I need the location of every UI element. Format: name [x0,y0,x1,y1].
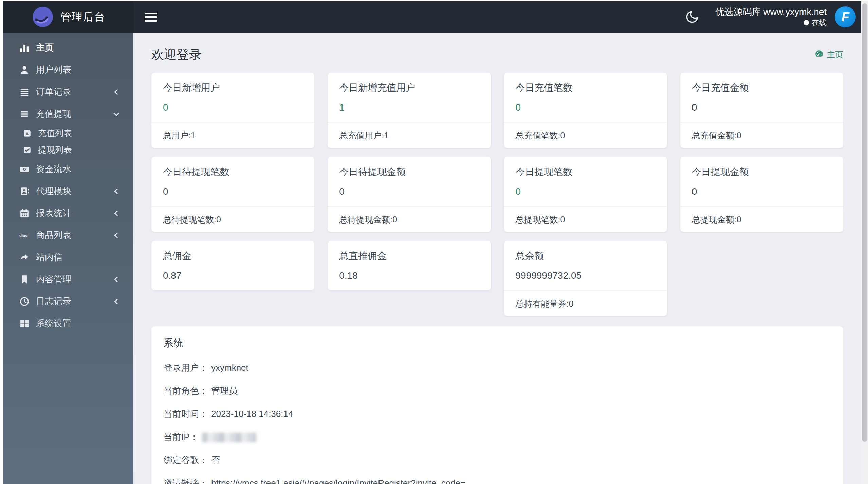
stat-card-title: 今日待提现笔数 [163,166,303,178]
stat-card: 今日提现金额0总提现金额:0 [680,157,843,232]
stat-card-title: 今日新增充值用户 [339,82,479,94]
a-square-icon [22,128,33,139]
stat-card-value: 0 [339,186,479,197]
stat-card-body: 今日新增用户0 [151,73,314,122]
chevron-left-icon [114,188,120,194]
stat-card-value: 0.87 [163,270,303,282]
sidebar-subitem-check-square[interactable]: 提现列表 [3,141,133,158]
stat-card-body: 今日待提现笔数0 [151,157,314,206]
stat-card-body: 今日提现笔数0 [504,157,667,206]
sidebar-item-clock[interactable]: 日志记录 [3,290,133,312]
page-scrollbar-thumb[interactable] [862,3,867,442]
bookmark-icon [19,274,30,285]
sidebar-item-label: 主页 [36,42,54,54]
system-info-value: https://ymcs.free1.asia/#/pages/login/In… [211,478,465,484]
brand-logo-icon [33,7,53,27]
sidebar-item-label: 日志记录 [36,295,71,307]
menu-icon[interactable] [145,11,159,23]
sidebar-item-digg[interactable]: digg商品列表 [3,224,133,246]
moon-icon[interactable] [685,10,699,24]
top-bar: 管理后台 优选源码库 www.yxymk.net 在线 [3,1,861,33]
sidebar-item-windows[interactable]: 系统设置 [3,312,133,334]
sidebar-item-list[interactable]: 订单记录 [3,81,133,103]
stat-card-value: 0 [163,102,303,113]
stat-card-footer: 总提现笔数:0 [504,206,667,232]
stat-card-body: 今日充值金额0 [680,73,843,122]
chevron-left-icon [114,298,120,304]
stat-card-footer: 总待提现金额:0 [328,206,491,232]
sidebar-item-label: 内容管理 [36,273,71,285]
chart-bar-icon [19,42,30,53]
online-label: 在线 [812,18,827,27]
stat-card-footer: 总充值金额:0 [680,122,843,148]
stat-card: 总直推佣金0.18 [328,241,491,290]
screen: 管理后台 优选源码库 www.yxymk.net 在线 [0,0,868,484]
stat-card-value: 0 [692,186,832,197]
stat-card: 今日待提现笔数0总待提现笔数:0 [151,157,314,232]
stat-card-title: 今日新增用户 [163,82,303,94]
system-info-value: yxymknet [211,362,248,373]
gauge-icon [815,49,824,60]
stat-card-value: 0 [516,186,655,197]
sidebar-item-lines[interactable]: 充值提现 [3,103,133,125]
sidebar-item-address-book[interactable]: 代理模块 [3,180,133,202]
system-info-row: 当前时间：2023-10-18 14:36:14 [164,408,831,419]
stat-card-value: 0 [516,102,655,113]
digg-icon: digg [19,230,30,241]
sidebar-item-label: 报表统计 [36,207,71,219]
system-info-label: 绑定谷歌： [164,454,208,465]
stat-card-title: 今日提现金额 [692,166,832,178]
chevron-down-icon [113,110,119,116]
stat-card-value: 0 [692,102,832,113]
main-content: 欢迎登录 主页 [133,33,861,484]
system-card-title: 系统 [164,336,831,350]
page-scrollbar-track [861,1,868,484]
stats-grid: 今日新增用户0总用户:1今日新增充值用户1总充值用户:1今日充值笔数0总充值笔数… [151,73,843,316]
stat-card: 今日待提现金额0总待提现金额:0 [328,157,491,232]
sidebar-item-bookmark[interactable]: 内容管理 [3,268,133,290]
system-info-label: 登录用户： [164,362,208,373]
sidebar-subitem-label: 提现列表 [38,144,72,155]
list-icon [19,86,30,97]
stat-card-title: 今日充值金额 [692,82,832,94]
share-icon [19,252,30,263]
breadcrumb[interactable]: 主页 [815,49,843,60]
system-info-row: 当前角色：管理员 [164,385,831,396]
stat-card-value: 9999999732.05 [516,270,655,282]
sidebar-subitem-a-square[interactable]: 充值列表 [3,125,133,141]
calendar-icon [19,208,30,219]
stat-card-value: 1 [339,102,479,113]
sidebar: 主页用户列表订单记录充值提现充值列表提现列表资金流水代理模块报表统计digg商品… [3,33,133,484]
sidebar-item-label: 用户列表 [36,64,71,76]
stat-card-title: 总余额 [516,250,655,262]
system-info-value: 否 [211,454,220,465]
system-info-label: 当前IP： [164,431,199,442]
site-label: 优选源码库 www.yxymk.net [715,6,827,18]
sidebar-item-share[interactable]: 站内信 [3,246,133,268]
stat-card-value: 0 [163,186,303,197]
system-info-label: 邀请链接： [164,478,208,484]
system-card: 系统 登录用户：yxymknet当前角色：管理员当前时间：2023-10-18 … [151,326,843,484]
stat-card: 总余额9999999732.05总持有能量券:0 [504,241,667,316]
sidebar-item-money-bill[interactable]: 资金流水 [3,158,133,180]
stat-card-footer: 总充值用户:1 [328,122,491,148]
online-dot-icon [804,20,809,25]
stat-card-body: 今日充值笔数0 [504,73,667,122]
chevron-left-icon [114,210,120,216]
sidebar-item-chart-bar[interactable]: 主页 [3,37,133,59]
avatar[interactable]: F [835,6,856,27]
stat-card-body: 今日提现金额0 [680,157,843,206]
sidebar-item-label: 站内信 [36,251,62,263]
sidebar-item-label: 代理模块 [36,185,71,197]
svg-text:digg: digg [19,233,27,237]
chevron-left-icon [114,276,120,282]
chevron-left-icon [114,232,120,238]
sidebar-item-calendar[interactable]: 报表统计 [3,202,133,224]
address-book-icon [19,186,30,197]
sidebar-item-label: 系统设置 [36,317,71,329]
system-info-row: 当前IP： [164,431,831,442]
stat-card-title: 总佣金 [163,250,303,262]
windows-icon [19,318,30,329]
sidebar-item-label: 商品列表 [36,229,71,241]
sidebar-item-user[interactable]: 用户列表 [3,59,133,81]
